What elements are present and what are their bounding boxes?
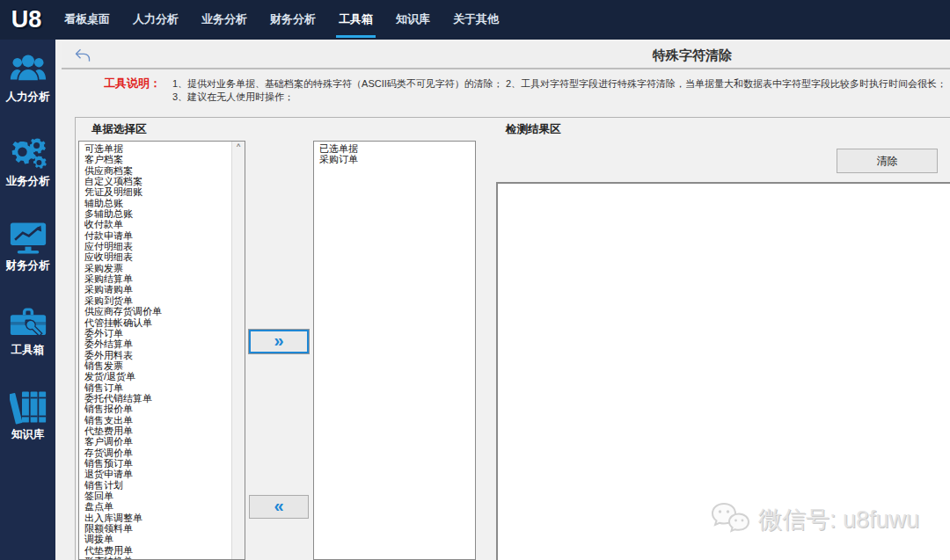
watermark-text: 微信号: u8fuwu [758,504,919,535]
page-header: 特殊字符清除 [62,42,950,69]
chart-icon [10,219,47,256]
list-item[interactable]: 应收明细表 [84,251,230,262]
notice-label: 工具说明： [104,76,161,91]
top-tab[interactable]: 财务分析 [259,0,327,40]
wechat-icon [711,501,751,538]
list-item[interactable]: 销售计划 [84,480,230,491]
gears-icon [10,135,47,171]
sidebar-item-label: 人力分析 [6,90,50,105]
list-item[interactable]: 供应商存货调价单 [84,306,230,316]
list-item[interactable]: 销售订单 [84,382,230,393]
list-item[interactable]: 限额领料单 [84,523,230,534]
notice-lines: 1、提供对业务单据、基础档案的特殊字符（ASCII码类不可见字符）的清除； 2、… [172,77,946,104]
sidebar-item-label: 财务分析 [6,258,50,273]
list-item[interactable]: 已选单据 [319,143,461,154]
list-item[interactable]: 调拨单 [84,534,230,544]
list-item[interactable]: 采购到货单 [84,295,230,306]
top-tab[interactable]: 人力分析 [121,0,190,40]
top-tab[interactable]: 业务分析 [190,0,259,40]
sidebar-item-label: 业务分析 [6,174,50,189]
list-item[interactable]: 采购请购单 [84,284,230,295]
list-item[interactable]: 客户档案 [84,154,230,164]
list-item[interactable]: 付款申请单 [84,230,230,241]
page-title: 特殊字符清除 [653,47,732,64]
top-tab[interactable]: 关于其他 [442,0,510,40]
u8-logo: U8 [0,0,53,40]
list-item[interactable]: 销售预订单 [84,458,230,469]
selected-rows: 已选单据 采购订单 [314,142,475,165]
move-left-button[interactable]: « [249,495,309,519]
list-item[interactable]: 销售发票 [84,360,230,371]
sidebar-item[interactable]: 知识库 [0,377,55,462]
list-item[interactable]: 辅助总账 [84,198,230,208]
back-icon[interactable] [74,47,91,63]
result-area-title: 检测结果区 [506,122,561,137]
toolbox-icon [10,303,47,340]
sidebar-item-label: 知识库 [11,427,45,442]
clear-button[interactable]: 清除 [837,149,938,173]
available-rows: 可选单据 客户档案 供应商档案 自定义项档案 凭证及明细账 辅助总账 多辅助总账… [79,142,245,560]
top-tab[interactable]: 看板桌面 [53,0,121,40]
sidebar-item[interactable]: 工具箱 [0,293,55,377]
list-item[interactable]: 供应商档案 [84,165,230,176]
list-item[interactable]: 存货调价单 [84,447,230,458]
list-item[interactable]: 代垫费用单 [84,545,230,556]
scrollbar[interactable]: ^ [231,142,245,559]
list-item[interactable]: 退货申请单 [84,469,230,479]
move-right-button[interactable]: » [249,330,309,353]
selected-documents-list: 已选单据 采购订单 [313,141,476,560]
tool-notice: 工具说明： 1、提供对业务单据、基础档案的特殊字符（ASCII码类不可见字符）的… [62,72,950,116]
list-item[interactable]: 可选单据 [84,143,230,154]
top-tab[interactable]: 知识库 [384,0,442,40]
top-tabs: 看板桌面 人力分析 业务分析 财务分析 工具箱 知识库 关于其他 [53,0,510,40]
sidebar-item-label: 工具箱 [11,343,45,358]
list-item[interactable]: 出入库调整单 [84,513,230,523]
list-item[interactable]: 发货/退货单 [84,371,230,382]
list-item[interactable]: 销售报价单 [84,404,230,414]
list-item[interactable]: 凭证及明细账 [84,186,230,197]
list-item[interactable]: 盘点单 [84,501,230,512]
list-item[interactable]: 多辅助总账 [84,208,230,219]
list-item[interactable]: 应付明细表 [84,241,230,251]
top-tab[interactable]: 工具箱 [327,0,384,40]
sidebar: 人力分析 业务分析 财务分析 工具箱 知识库 [0,40,55,560]
list-item[interactable]: 销售支出单 [84,415,230,425]
list-item[interactable]: 代垫费用单 [84,425,230,436]
watermark: 微信号: u8fuwu [711,501,919,538]
list-item[interactable]: 委外用料表 [84,350,230,360]
list-item[interactable]: 采购订单 [319,154,461,164]
list-item[interactable]: 形态转换单 [84,556,230,560]
list-item[interactable]: 自定义项档案 [84,176,230,186]
list-item[interactable]: 客户调价单 [84,436,230,447]
books-icon [10,388,47,425]
users-icon [10,50,47,87]
selection-area-title: 单据选择区 [91,122,147,137]
list-item[interactable]: 委外结算单 [84,338,230,349]
list-item[interactable]: 采购发票 [84,263,230,273]
sidebar-item[interactable]: 人力分析 [0,40,55,124]
list-item[interactable]: 收付款单 [84,219,230,229]
list-item[interactable]: 委托代销结算单 [84,393,230,404]
list-item[interactable]: 代管挂帐确认单 [84,317,230,328]
list-item[interactable]: 签回单 [84,491,230,501]
notice-line-2: 3、建议在无人使用时操作； [172,91,946,104]
top-navigation: U8 看板桌面 人力分析 业务分析 财务分析 工具箱 知识库 关于其他 [0,0,950,40]
available-documents-list: 可选单据 客户档案 供应商档案 自定义项档案 凭证及明细账 辅助总账 多辅助总账… [78,141,245,560]
list-item[interactable]: 委外订单 [84,328,230,338]
notice-line-1: 1、提供对业务单据、基础档案的特殊字符（ASCII码类不可见字符）的清除； 2、… [172,77,946,91]
main-panel: 单据选择区 检测结果区 可选单据 客户档案 供应商档案 自定义项档案 凭证及明细… [75,117,950,560]
sidebar-item[interactable]: 业务分析 [0,124,55,208]
sidebar-item[interactable]: 财务分析 [0,208,55,293]
list-item[interactable]: 采购结算单 [84,273,230,284]
scroll-up-icon[interactable]: ^ [232,142,245,154]
